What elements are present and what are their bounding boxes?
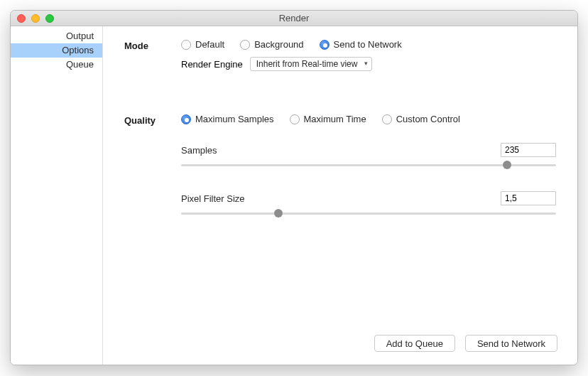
render-engine-label: Render Engine bbox=[181, 59, 243, 70]
slider-thumb[interactable] bbox=[274, 209, 283, 217]
render-engine-select[interactable]: Inherit from Real-time view ▾ bbox=[250, 57, 373, 71]
sidebar-item-output[interactable]: Output bbox=[11, 29, 102, 43]
quality-radio-max-samples[interactable]: Maximum Samples bbox=[181, 114, 274, 124]
send-to-network-button[interactable]: Send to Network bbox=[465, 335, 557, 352]
mode-section-label: Mode bbox=[124, 39, 181, 71]
radio-label: Send to Network bbox=[334, 39, 402, 50]
quality-radio-max-time[interactable]: Maximum Time bbox=[290, 114, 366, 124]
radio-icon bbox=[382, 114, 392, 124]
radio-label: Default bbox=[195, 39, 224, 50]
add-to-queue-button[interactable]: Add to Queue bbox=[374, 335, 455, 352]
radio-icon bbox=[181, 40, 191, 50]
sidebar-item-queue[interactable]: Queue bbox=[11, 58, 102, 72]
titlebar: Render bbox=[11, 11, 577, 26]
radio-label: Maximum Samples bbox=[195, 114, 274, 124]
mode-radio-group: Default Background Send to Network bbox=[181, 39, 556, 50]
mode-radio-send-to-network[interactable]: Send to Network bbox=[320, 39, 402, 50]
sidebar-item-options[interactable]: Options bbox=[11, 43, 102, 58]
render-engine-row: Render Engine Inherit from Real-time vie… bbox=[181, 57, 556, 71]
slider-thumb[interactable] bbox=[503, 161, 511, 169]
quality-section: Quality Maximum Samples Maximum Time bbox=[124, 114, 556, 218]
radio-icon bbox=[320, 40, 330, 50]
pixel-filter-row: Pixel Filter Size bbox=[181, 191, 556, 218]
mode-section: Mode Default Background Send bbox=[124, 39, 556, 71]
chevron-down-icon: ▾ bbox=[364, 60, 368, 67]
window-title: Render bbox=[11, 13, 577, 23]
sidebar: Output Options Queue bbox=[11, 26, 103, 365]
radio-icon bbox=[181, 114, 191, 124]
quality-radio-group: Maximum Samples Maximum Time Custom Cont… bbox=[181, 114, 556, 124]
pixel-filter-input[interactable] bbox=[501, 191, 556, 205]
quality-radio-custom-control[interactable]: Custom Control bbox=[382, 114, 460, 124]
pixel-filter-slider[interactable] bbox=[181, 208, 556, 218]
radio-label: Maximum Time bbox=[304, 114, 366, 124]
render-engine-value: Inherit from Real-time view bbox=[256, 59, 358, 69]
window-body: Output Options Queue Mode Default Bac bbox=[11, 26, 577, 365]
samples-slider[interactable] bbox=[181, 160, 556, 170]
radio-icon bbox=[290, 114, 300, 124]
quality-section-label: Quality bbox=[124, 114, 181, 218]
mode-radio-background[interactable]: Background bbox=[240, 39, 303, 50]
radio-icon bbox=[240, 40, 250, 50]
samples-row: Samples bbox=[181, 143, 556, 170]
footer-buttons: Add to Queue Send to Network bbox=[374, 335, 557, 352]
pixel-filter-label: Pixel Filter Size bbox=[181, 193, 245, 204]
slider-track bbox=[181, 213, 556, 215]
mode-radio-default[interactable]: Default bbox=[181, 39, 224, 50]
radio-label: Custom Control bbox=[396, 114, 460, 124]
render-window: Render Output Options Queue Mode Default bbox=[10, 10, 578, 365]
samples-label: Samples bbox=[181, 145, 217, 156]
samples-input[interactable] bbox=[501, 143, 556, 157]
slider-track bbox=[181, 164, 556, 166]
content-pane: Mode Default Background Send bbox=[103, 26, 577, 365]
radio-label: Background bbox=[254, 39, 303, 50]
